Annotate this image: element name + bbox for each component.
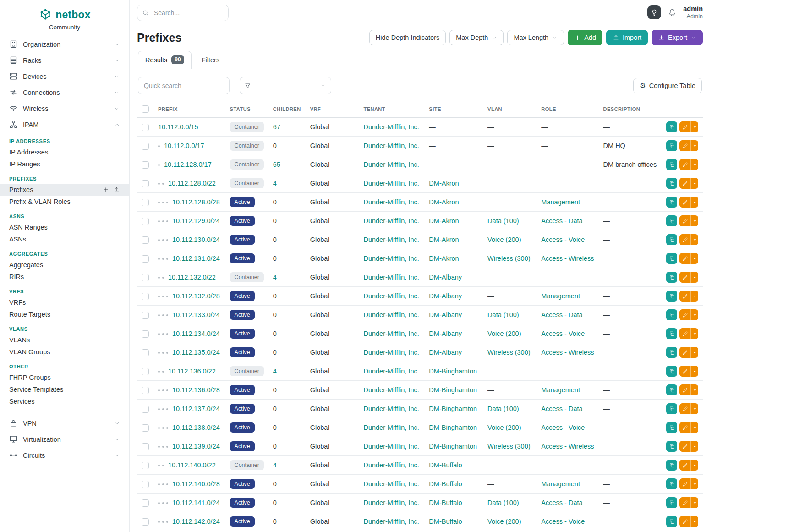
site-link[interactable]: DM-Albany bbox=[429, 349, 462, 356]
filter-button[interactable] bbox=[240, 77, 255, 94]
role-link[interactable]: Access - Data bbox=[541, 217, 582, 225]
site-link[interactable]: DM-Akron bbox=[429, 180, 459, 187]
sidebar-item-ip-addresses[interactable]: IP Addresses bbox=[0, 146, 129, 158]
column-header-tenant[interactable]: Tenant bbox=[359, 101, 424, 118]
column-header-status[interactable]: Status bbox=[225, 101, 268, 118]
vlan-link[interactable]: Wireless (300) bbox=[487, 443, 530, 450]
sidebar-group-wireless[interactable]: Wireless bbox=[5, 100, 124, 116]
row-checkbox[interactable] bbox=[142, 293, 149, 300]
site-link[interactable]: DM-Akron bbox=[429, 236, 459, 243]
role-link[interactable]: Access - Data bbox=[541, 499, 582, 506]
edit-button[interactable] bbox=[679, 253, 690, 264]
sidebar-item-service-templates[interactable]: Service Templates bbox=[0, 384, 129, 395]
vlan-link[interactable]: Voice (200) bbox=[487, 518, 521, 525]
children-link[interactable]: 67 bbox=[273, 123, 280, 131]
row-checkbox[interactable] bbox=[142, 481, 149, 488]
column-header-children[interactable]: Children bbox=[268, 101, 306, 118]
edit-button[interactable] bbox=[679, 309, 690, 320]
sidebar-item-vlan-groups[interactable]: VLAN Groups bbox=[0, 346, 129, 358]
vlan-link[interactable]: Voice (200) bbox=[487, 236, 521, 243]
column-header-vlan[interactable]: VLAN bbox=[483, 101, 537, 118]
tenant-link[interactable]: Dunder-Mifflin, Inc. bbox=[363, 480, 419, 488]
edit-button[interactable] bbox=[679, 234, 690, 245]
row-checkbox[interactable] bbox=[142, 368, 149, 375]
prefix-link[interactable]: 10.112.129.0/24 bbox=[172, 217, 220, 225]
sidebar-group-devices[interactable]: Devices bbox=[5, 68, 124, 84]
tenant-link[interactable]: Dunder-Mifflin, Inc. bbox=[363, 386, 419, 394]
row-checkbox[interactable] bbox=[142, 443, 149, 450]
edit-button[interactable] bbox=[679, 215, 690, 226]
row-checkbox[interactable] bbox=[142, 255, 149, 263]
tenant-link[interactable]: Dunder-Mifflin, Inc. bbox=[363, 349, 419, 356]
sidebar-group-vpn[interactable]: VPN bbox=[5, 415, 124, 431]
row-checkbox[interactable] bbox=[142, 406, 149, 413]
tenant-link[interactable]: Dunder-Mifflin, Inc. bbox=[363, 405, 419, 412]
brand[interactable]: netbox Community bbox=[5, 5, 124, 36]
site-link[interactable]: DM-Buffalo bbox=[429, 461, 462, 469]
sidebar-item-prefixes[interactable]: Prefixes bbox=[0, 184, 129, 196]
copy-button[interactable] bbox=[666, 159, 677, 170]
prefix-link[interactable]: 10.112.142.0/24 bbox=[172, 518, 220, 525]
tab-filters[interactable]: Filters bbox=[194, 51, 227, 69]
prefix-link[interactable]: 10.112.132.0/22 bbox=[168, 274, 216, 281]
select-all-checkbox[interactable] bbox=[142, 105, 149, 113]
sidebar-item-asn-ranges[interactable]: ASN Ranges bbox=[0, 221, 129, 233]
copy-button[interactable] bbox=[666, 366, 677, 377]
vlan-link[interactable]: Data (100) bbox=[487, 405, 519, 412]
tenant-link[interactable]: Dunder-Mifflin, Inc. bbox=[363, 424, 419, 431]
prefix-link[interactable]: 10.112.141.0/24 bbox=[172, 499, 220, 506]
copy-button[interactable] bbox=[666, 478, 677, 489]
sidebar-item-asns[interactable]: ASNs bbox=[0, 233, 129, 245]
sidebar-item-vlans[interactable]: VLANs bbox=[0, 334, 129, 346]
copy-button[interactable] bbox=[666, 215, 677, 226]
role-link[interactable]: Access - Data bbox=[541, 405, 582, 412]
column-header-prefix[interactable]: Prefix bbox=[153, 101, 225, 118]
tenant-link[interactable]: Dunder-Mifflin, Inc. bbox=[363, 123, 419, 131]
edit-button[interactable] bbox=[679, 291, 690, 302]
sidebar-group-connections[interactable]: Connections bbox=[5, 84, 124, 100]
children-link[interactable]: 4 bbox=[273, 180, 277, 187]
row-checkbox[interactable] bbox=[142, 499, 149, 507]
vlan-link[interactable]: Data (100) bbox=[487, 217, 519, 225]
site-link[interactable]: DM-Binghamton bbox=[429, 367, 477, 375]
site-link[interactable]: DM-Binghamton bbox=[429, 405, 477, 412]
sidebar-item-fhrp-groups[interactable]: FHRP Groups bbox=[0, 372, 129, 384]
copy-button[interactable] bbox=[666, 384, 677, 395]
site-link[interactable]: DM-Binghamton bbox=[429, 424, 477, 431]
vlan-link[interactable]: Voice (200) bbox=[487, 330, 521, 337]
site-link[interactable]: DM-Binghamton bbox=[429, 386, 477, 394]
edit-dropdown-button[interactable] bbox=[690, 366, 698, 377]
max-depth-dropdown[interactable]: Max Depth bbox=[449, 30, 504, 45]
role-link[interactable]: Access - Wireless bbox=[541, 443, 594, 450]
vlan-link[interactable]: Voice (200) bbox=[487, 424, 521, 431]
copy-button[interactable] bbox=[666, 441, 677, 452]
column-header-description[interactable]: Description bbox=[599, 101, 662, 118]
role-link[interactable]: Management bbox=[541, 480, 580, 488]
prefix-link[interactable]: 10.112.138.0/24 bbox=[172, 424, 220, 431]
edit-dropdown-button[interactable] bbox=[690, 497, 698, 508]
tenant-link[interactable]: Dunder-Mifflin, Inc. bbox=[363, 311, 419, 318]
edit-dropdown-button[interactable] bbox=[690, 140, 698, 151]
edit-dropdown-button[interactable] bbox=[690, 403, 698, 414]
sidebar-upload-button[interactable] bbox=[114, 186, 120, 193]
theme-toggle-button[interactable] bbox=[647, 5, 661, 19]
tenant-link[interactable]: Dunder-Mifflin, Inc. bbox=[363, 461, 419, 469]
site-link[interactable]: DM-Akron bbox=[429, 217, 459, 225]
prefix-link[interactable]: 10.112.133.0/24 bbox=[172, 311, 220, 318]
prefix-link[interactable]: 10.112.128.0/17 bbox=[164, 161, 212, 168]
vlan-link[interactable]: Data (100) bbox=[487, 499, 519, 506]
sidebar-group-ipam[interactable]: IPAM bbox=[5, 116, 124, 132]
prefix-link[interactable]: 10.112.136.0/22 bbox=[168, 367, 216, 375]
tenant-link[interactable]: Dunder-Mifflin, Inc. bbox=[363, 142, 419, 149]
prefix-link[interactable]: 10.112.136.0/28 bbox=[172, 386, 220, 394]
site-link[interactable]: DM-Buffalo bbox=[429, 499, 462, 506]
prefix-link[interactable]: 10.112.135.0/24 bbox=[172, 349, 220, 356]
edit-button[interactable] bbox=[679, 197, 690, 208]
edit-button[interactable] bbox=[679, 422, 690, 433]
copy-button[interactable] bbox=[666, 140, 677, 151]
vlan-link[interactable]: Data (100) bbox=[487, 311, 519, 318]
edit-dropdown-button[interactable] bbox=[690, 234, 698, 245]
row-checkbox[interactable] bbox=[142, 161, 149, 169]
edit-button[interactable] bbox=[679, 121, 690, 132]
site-link[interactable]: DM-Albany bbox=[429, 292, 462, 300]
